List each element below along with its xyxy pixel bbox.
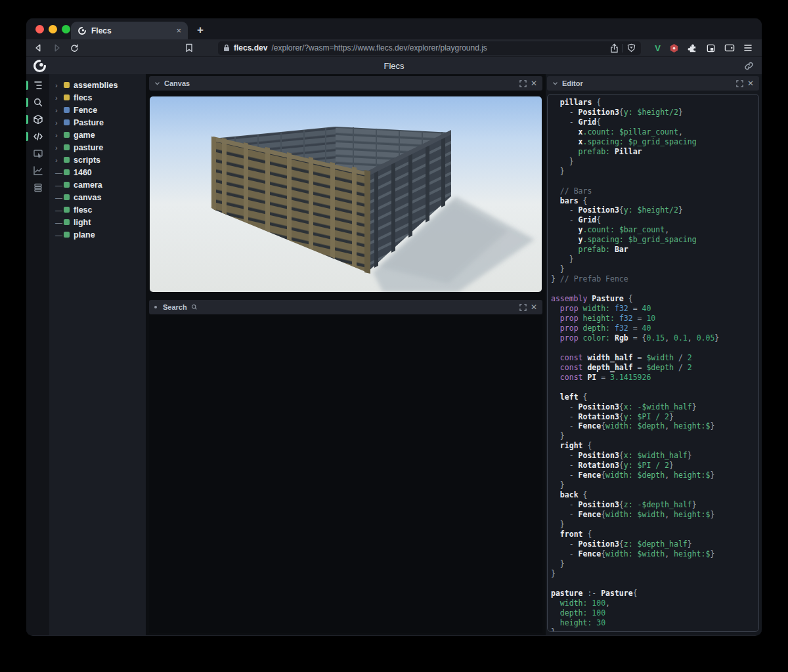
data-panel-button stack-icon[interactable]: [26, 179, 49, 196]
entity-type-swatch: [64, 82, 70, 88]
canvas-panel-button cube-icon[interactable]: [26, 111, 49, 128]
tree-item[interactable]: ›game: [49, 129, 146, 141]
leaf-dash-icon: —: [55, 194, 64, 201]
entity-type-swatch: [64, 182, 70, 188]
tab-title: Flecs: [91, 26, 171, 35]
close-panel-icon[interactable]: ✕: [531, 303, 537, 312]
center-column: Canvas ✕: [146, 74, 546, 635]
tree-item[interactable]: ›pasture: [49, 141, 146, 154]
tree-item-label: assemblies: [74, 81, 118, 90]
tree-item[interactable]: ›scripts: [49, 154, 146, 166]
tree-item-label: flecs: [74, 93, 93, 102]
close-panel-icon[interactable]: ✕: [747, 79, 754, 88]
tree-item-label: plane: [74, 230, 95, 240]
tree-item-label: Pasture: [74, 118, 104, 127]
divider: [623, 44, 623, 52]
vue-devtools-icon[interactable]: V: [655, 43, 661, 53]
close-window-button[interactable]: [35, 25, 44, 33]
adguard-icon[interactable]: [669, 43, 679, 53]
tree-item[interactable]: —camera: [49, 178, 146, 191]
entity-type-swatch: [64, 144, 70, 150]
expand-arrow-icon[interactable]: ›: [55, 156, 64, 164]
entity-type-swatch: [64, 194, 70, 200]
expand-arrow-icon[interactable]: ›: [55, 131, 64, 139]
extension-icons: V: [655, 43, 753, 53]
tree-item-label: 1460: [74, 168, 92, 177]
leaf-dash-icon: —: [55, 206, 64, 214]
code-editor[interactable]: pillars { - Position3{y: $height/2} - Gr…: [547, 94, 759, 632]
menu-icon[interactable]: [743, 44, 753, 52]
share-icon[interactable]: [610, 43, 619, 53]
expand-arrow-icon[interactable]: ›: [55, 119, 64, 127]
flecs-logo: [33, 59, 47, 73]
entity-type-swatch: [64, 219, 70, 225]
stats-panel-button chart-icon[interactable]: [26, 162, 49, 179]
expand-arrow-icon[interactable]: ›: [55, 144, 64, 152]
expand-icon[interactable]: [519, 80, 527, 87]
back-icon[interactable]: [33, 43, 45, 52]
search-panel-header: Search ✕: [149, 300, 542, 314]
expand-icon[interactable]: [736, 80, 743, 87]
inspector-panel-button inspector-icon[interactable]: [26, 145, 49, 162]
tree-item-label: canvas: [74, 193, 101, 202]
expand-arrow-icon[interactable]: ›: [55, 94, 64, 102]
tree-item[interactable]: —canvas: [49, 191, 146, 203]
search-panel-body[interactable]: [149, 315, 542, 633]
page-title: Flecs: [383, 61, 404, 71]
tree-item[interactable]: —plane: [49, 228, 146, 241]
lock-icon: [223, 44, 230, 52]
chevron-down-icon[interactable]: [552, 81, 558, 87]
expand-arrow-icon[interactable]: ›: [55, 106, 64, 114]
code-text[interactable]: pillars { - Position3{y: $height/2} - Gr…: [551, 98, 757, 632]
entity-type-swatch: [64, 94, 70, 100]
tool-strip: [26, 74, 49, 635]
bookmark-icon[interactable]: [183, 43, 195, 52]
tree-item-label: Fence: [74, 106, 97, 115]
canvas-3d-scene[interactable]: [150, 96, 542, 292]
editor-panel-button code-icon[interactable]: [26, 128, 49, 145]
tree-item[interactable]: ›Fence: [49, 104, 146, 116]
url-path: /explorer/?wasm=https://www.flecs.dev/ex…: [271, 43, 606, 52]
forward-icon[interactable]: [51, 43, 62, 52]
search-panel-button search-icon[interactable]: [26, 94, 49, 111]
collapsed-dot-icon[interactable]: [154, 306, 157, 308]
search-panel-title: Search: [163, 303, 187, 311]
link-icon[interactable]: [744, 61, 754, 71]
brave-shield-icon[interactable]: [627, 43, 636, 52]
entity-type-swatch: [64, 107, 70, 113]
tree-item[interactable]: —light: [49, 216, 146, 228]
close-panel-icon[interactable]: ✕: [531, 79, 537, 88]
tree-item[interactable]: ›assemblies: [49, 79, 146, 91]
entity-tree: ›assemblies›flecs›Fence›Pasture›game›pas…: [49, 74, 146, 635]
chevron-down-icon[interactable]: [154, 81, 160, 87]
extensions-puzzle-icon[interactable]: [688, 43, 697, 53]
new-tab-button[interactable]: +: [197, 24, 204, 37]
editor-column: Editor ✕ pillars { - Position3{y: $heigh…: [546, 74, 762, 635]
expand-icon[interactable]: [519, 304, 527, 311]
tree-item-label: light: [74, 218, 91, 227]
leaf-dash-icon: —: [55, 181, 64, 189]
leaf-dash-icon: —: [55, 231, 64, 239]
tab-close-icon[interactable]: ×: [176, 26, 181, 35]
tree-item-label: game: [74, 131, 95, 140]
tree-panel-button tree-icon[interactable]: [26, 77, 49, 94]
minimize-window-button[interactable]: [49, 25, 57, 33]
search-glyph-icon: [191, 304, 198, 310]
reload-icon[interactable]: [68, 43, 80, 52]
expand-arrow-icon[interactable]: ›: [55, 81, 64, 89]
editor-panel-header: Editor ✕: [547, 76, 759, 91]
zoom-window-button[interactable]: [62, 25, 70, 33]
entity-type-swatch: [64, 119, 70, 125]
tree-item[interactable]: ›Pasture: [49, 116, 146, 129]
wallet-icon[interactable]: [724, 43, 735, 52]
tree-item[interactable]: —1460: [49, 166, 146, 178]
address-bar[interactable]: flecs.dev /explorer/?wasm=https://www.fl…: [218, 41, 641, 55]
tree-item[interactable]: —flesc: [49, 203, 146, 216]
browser-tab[interactable]: Flecs ×: [71, 22, 188, 39]
browser-window: Flecs × + flecs.dev /explorer/?wasm=http…: [26, 18, 762, 636]
tree-item[interactable]: ›flecs: [49, 91, 146, 104]
leaf-dash-icon: —: [55, 169, 64, 177]
entity-type-swatch: [64, 169, 70, 175]
tree-item-label: scripts: [74, 156, 100, 165]
reader-mode-icon[interactable]: [706, 43, 716, 53]
